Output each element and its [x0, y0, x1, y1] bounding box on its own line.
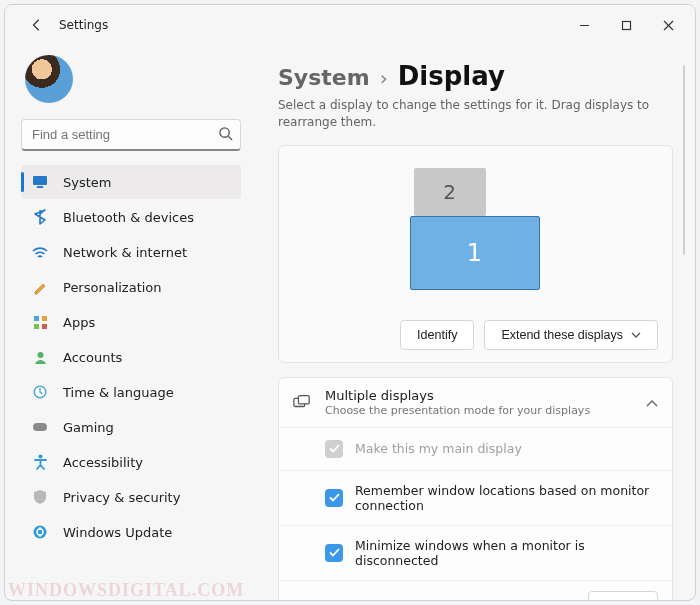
checkbox-remember[interactable] [325, 489, 343, 507]
sidebar-item-label: Bluetooth & devices [63, 210, 194, 225]
sidebar-item-accessibility[interactable]: Accessibility [21, 445, 241, 479]
sidebar-item-label: Privacy & security [63, 490, 180, 505]
page-subtitle: Select a display to change the settings … [278, 97, 673, 131]
svg-rect-7 [42, 316, 47, 321]
identify-button[interactable]: Identify [400, 320, 474, 350]
option-remember-locations[interactable]: Remember window locations based on monit… [279, 470, 672, 525]
svg-point-10 [37, 352, 43, 358]
sidebar-item-label: Windows Update [63, 525, 172, 540]
gaming-icon [31, 418, 49, 436]
apps-icon [31, 313, 49, 331]
sidebar-item-label: Apps [63, 315, 95, 330]
checkbox-minimize[interactable] [325, 544, 343, 562]
system-icon [31, 173, 49, 191]
maximize-button[interactable] [605, 10, 647, 40]
display-monitor-1[interactable]: 1 [410, 216, 540, 290]
checkbox-main-display [325, 440, 343, 458]
sidebar-item-bluetooth[interactable]: Bluetooth & devices [21, 200, 241, 234]
minimize-button[interactable] [563, 10, 605, 40]
option-minimize-disconnect[interactable]: Minimize windows when a monitor is disco… [279, 525, 672, 580]
svg-rect-5 [37, 186, 43, 188]
sidebar-item-label: Personalization [63, 280, 162, 295]
card-title: Multiple displays [325, 388, 632, 403]
sidebar-item-personalization[interactable]: Personalization [21, 270, 241, 304]
nav-list: System Bluetooth & devices Network & int… [21, 165, 241, 549]
sidebar-item-time[interactable]: Time & language [21, 375, 241, 409]
chevron-down-icon [631, 332, 641, 338]
display-mode-dropdown[interactable]: Extend these displays [484, 320, 658, 350]
back-button[interactable] [25, 13, 49, 37]
sidebar-item-system[interactable]: System [21, 165, 241, 199]
sidebar-item-apps[interactable]: Apps [21, 305, 241, 339]
option-label: Remember window locations based on monit… [355, 483, 658, 513]
svg-point-2 [220, 128, 229, 137]
bluetooth-icon [31, 208, 49, 226]
search-icon [218, 126, 233, 144]
sidebar-item-privacy[interactable]: Privacy & security [21, 480, 241, 514]
detect-row: Detect other display Detect [279, 580, 672, 600]
detect-button-label: Detect [605, 599, 641, 600]
sidebar-item-label: Gaming [63, 420, 114, 435]
sidebar-item-network[interactable]: Network & internet [21, 235, 241, 269]
svg-point-14 [38, 455, 42, 459]
sidebar-item-accounts[interactable]: Accounts [21, 340, 241, 374]
chevron-right-icon: › [380, 66, 388, 90]
time-icon [31, 383, 49, 401]
option-main-display: Make this my main display [279, 427, 672, 470]
accounts-icon [31, 348, 49, 366]
svg-rect-9 [42, 324, 47, 329]
sidebar-item-label: Accessibility [63, 455, 143, 470]
accessibility-icon [31, 453, 49, 471]
sidebar-item-label: System [63, 175, 111, 190]
identify-label: Identify [417, 328, 457, 342]
sidebar-item-label: Network & internet [63, 245, 187, 260]
option-label: Make this my main display [355, 441, 522, 456]
display-monitor-2[interactable]: 2 [414, 168, 486, 216]
avatar[interactable] [25, 55, 73, 103]
svg-rect-6 [34, 316, 39, 321]
network-icon [31, 243, 49, 261]
app-title: Settings [59, 18, 108, 32]
personalization-icon [31, 278, 49, 296]
sidebar-item-gaming[interactable]: Gaming [21, 410, 241, 444]
svg-line-3 [228, 136, 232, 140]
svg-rect-1 [622, 21, 630, 29]
multiple-displays-icon [293, 393, 311, 411]
page-title: Display [398, 61, 505, 91]
display-arrangement-panel: 2 1 Identify Extend these displays [278, 145, 673, 363]
display-arrangement-area[interactable]: 2 1 [293, 162, 658, 312]
breadcrumb: System › Display [278, 61, 673, 91]
chevron-up-icon [646, 395, 658, 410]
search-input[interactable] [21, 119, 241, 151]
sidebar-item-label: Accounts [63, 350, 122, 365]
detect-button[interactable]: Detect [588, 591, 658, 600]
multiple-displays-header[interactable]: Multiple displays Choose the presentatio… [279, 378, 672, 427]
close-button[interactable] [647, 10, 689, 40]
svg-rect-17 [298, 396, 309, 404]
svg-rect-8 [34, 324, 39, 329]
detect-label: Detect other display [325, 598, 452, 600]
sidebar-item-label: Time & language [63, 385, 174, 400]
multiple-displays-card: Multiple displays Choose the presentatio… [278, 377, 673, 600]
scrollbar[interactable] [683, 65, 685, 255]
breadcrumb-parent[interactable]: System [278, 65, 370, 90]
svg-rect-13 [33, 423, 47, 431]
shield-icon [31, 488, 49, 506]
update-icon [31, 523, 49, 541]
sidebar-item-update[interactable]: Windows Update [21, 515, 241, 549]
card-subtitle: Choose the presentation mode for your di… [325, 404, 632, 417]
svg-rect-4 [33, 176, 47, 185]
option-label: Minimize windows when a monitor is disco… [355, 538, 658, 568]
display-mode-label: Extend these displays [501, 328, 623, 342]
